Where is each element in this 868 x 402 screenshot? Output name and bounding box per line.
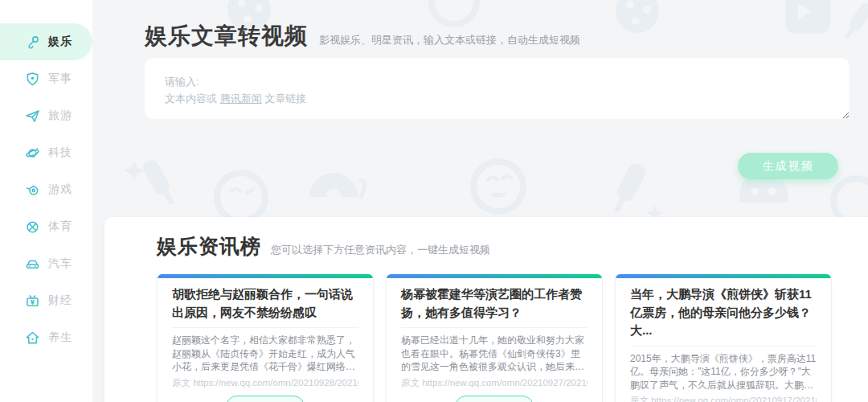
car-icon [24, 256, 41, 273]
feed-header: 娱乐资讯榜您可以选择下方任意资讯内容，一键生成短视频 [157, 233, 868, 260]
article-card: 当年，大鹏导演《煎饼侠》斩获11亿票房，他的母亲问他分多少钱？大... 2015… [615, 274, 832, 402]
sidebar-item-label: 汽车 [48, 256, 72, 271]
sidebar-item-military[interactable]: 军事 [0, 60, 92, 97]
card-title: 胡歌拒绝与赵丽颖合作，一句话说出原因，网友不禁纷纷感叹 [172, 285, 358, 322]
shield-icon [24, 71, 41, 88]
generate-video-button[interactable]: 生成视频 [738, 153, 838, 179]
sidebar-item-finance[interactable]: 财经 [0, 282, 92, 319]
category-sidebar: 娱乐 军事 旅游 科技 游戏 体育 汽车 [0, 0, 92, 402]
sidebar-item-label: 游戏 [48, 183, 72, 197]
article-composer: 请输入: 文本内容或 腾讯新闻 文章链接 [145, 58, 850, 119]
main-area: 娱乐文章转视频影视娱乐、明星资讯，输入文本或链接，自动生成短视频 请输入: 文本… [92, 0, 868, 402]
page-title: 娱乐文章转视频 [145, 23, 308, 48]
sidebar-item-label: 养生 [48, 330, 72, 345]
feed-panel: 娱乐资讯榜您可以选择下方任意资讯内容，一键生成短视频 胡歌拒绝与赵丽颖合作，一句… [104, 217, 868, 402]
sidebar-item-health[interactable]: 养生 [0, 319, 92, 356]
card-list: 胡歌拒绝与赵丽颖合作，一句话说出原因，网友不禁纷纷感叹 赵丽颖这个名字，相信大家… [157, 274, 832, 402]
feed-subtitle: 您可以选择下方任意资讯内容，一键生成短视频 [271, 244, 490, 256]
feed-title: 娱乐资讯榜 [157, 235, 261, 257]
basketball-icon [24, 219, 41, 236]
sidebar-item-cars[interactable]: 汽车 [0, 245, 92, 282]
sidebar-item-label: 科技 [48, 146, 72, 160]
card-source-url: 原文 https://new.qq.com/omn/20210927/20210… [401, 377, 588, 389]
sidebar-item-label: 旅游 [48, 109, 72, 123]
card-source-url: 原文 https://new.qq.com/omn/20210917/20210… [630, 395, 817, 402]
game-icon [24, 182, 41, 199]
divider [401, 327, 588, 328]
sidebar-item-travel[interactable]: 旅游 [0, 97, 92, 134]
sidebar-item-sports[interactable]: 体育 [0, 208, 92, 245]
page-header: 娱乐文章转视频影视娱乐、明星资讯，输入文本或链接，自动生成短视频 [145, 21, 580, 51]
article-card: 胡歌拒绝与赵丽颖合作，一句话说出原因，网友不禁纷纷感叹 赵丽颖这个名字，相信大家… [157, 274, 374, 402]
sidebar-item-games[interactable]: 游戏 [0, 171, 92, 208]
plane-icon [24, 108, 41, 125]
sidebar-item-tech[interactable]: 科技 [0, 134, 92, 171]
sidebar-item-label: 军事 [48, 72, 72, 86]
planet-icon [24, 145, 41, 162]
card-source-url: 原文 https://new.qq.com/omn/20210928/20210… [172, 377, 358, 389]
divider [630, 346, 817, 347]
card-excerpt: 2015年，大鹏导演《煎饼侠》，票房高达11亿。母亲问她："这11亿，你分多少呀… [630, 352, 817, 392]
microphone-icon [24, 34, 41, 51]
finance-icon [24, 293, 41, 310]
article-card: 杨幂被霍建华等演艺圈的工作者赞扬，她有多值得学习？ 杨幂已经出道十几年，她的敬业… [386, 274, 603, 402]
article-input[interactable] [145, 58, 850, 119]
card-generate-button[interactable]: 生成视频 [226, 396, 305, 402]
sidebar-item-label: 体育 [48, 219, 72, 234]
card-title: 杨幂被霍建华等演艺圈的工作者赞扬，她有多值得学习？ [401, 285, 588, 322]
card-title: 当年，大鹏导演《煎饼侠》斩获11亿票房，他的母亲问他分多少钱？大... [630, 285, 817, 340]
card-excerpt: 赵丽颖这个名字，相信大家都非常熟悉了，赵丽颖从《陆贞传奇》开始走红，成为人气小花… [172, 334, 358, 374]
page-subtitle: 影视娱乐、明星资讯，输入文本或链接，自动生成短视频 [319, 34, 580, 46]
sidebar-item-entertainment[interactable]: 娱乐 [0, 23, 92, 60]
card-generate-button[interactable]: 生成视频 [455, 396, 534, 402]
sidebar-item-label: 财经 [48, 293, 72, 308]
home-icon [24, 330, 41, 347]
card-excerpt: 杨幂已经出道十几年，她的敬业和努力大家也看在眼中。杨幂凭借《仙剑奇侠传3》里的雪… [401, 334, 588, 374]
sidebar-item-label: 娱乐 [48, 35, 72, 49]
divider [172, 327, 358, 328]
